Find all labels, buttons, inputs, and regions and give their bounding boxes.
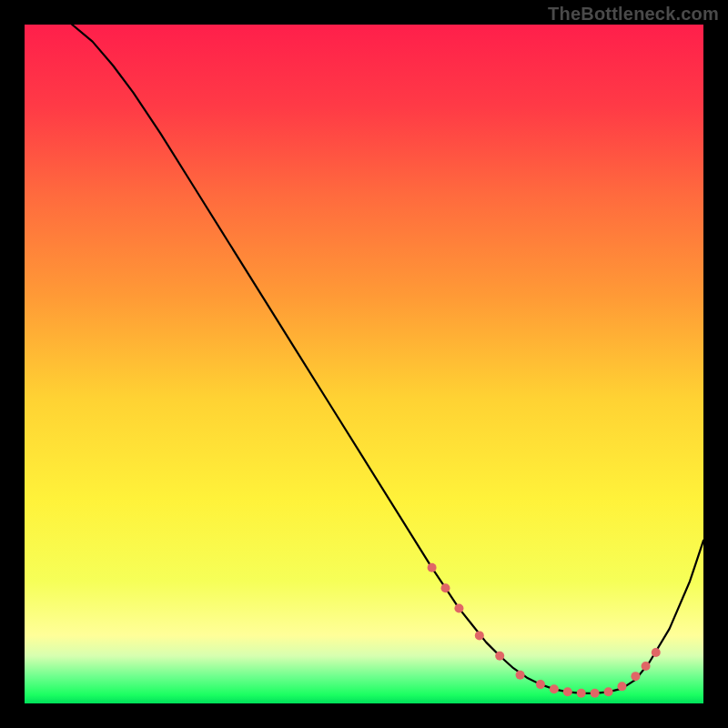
sweet-spot-dot (631, 672, 640, 681)
sweet-spot-dot (563, 687, 572, 696)
chart-viewport: TheBottleneck.com (0, 0, 728, 728)
gradient-background (25, 25, 703, 703)
sweet-spot-dot (536, 680, 545, 689)
sweet-spot-dot (617, 682, 626, 691)
sweet-spot-dot (475, 631, 484, 640)
sweet-spot-dot (495, 652, 504, 661)
sweet-spot-dot (454, 604, 463, 613)
sweet-spot-dot (516, 671, 525, 680)
sweet-spot-dot (642, 662, 651, 671)
chart-svg (25, 25, 703, 703)
sweet-spot-dot (550, 684, 559, 693)
sweet-spot-dot (428, 563, 437, 572)
sweet-spot-dot (591, 689, 600, 698)
sweet-spot-dot (577, 689, 586, 698)
plot-area (25, 25, 703, 703)
sweet-spot-dot (441, 583, 450, 592)
watermark-text: TheBottleneck.com (548, 4, 719, 25)
sweet-spot-dot (652, 648, 661, 657)
sweet-spot-dot (604, 687, 613, 696)
